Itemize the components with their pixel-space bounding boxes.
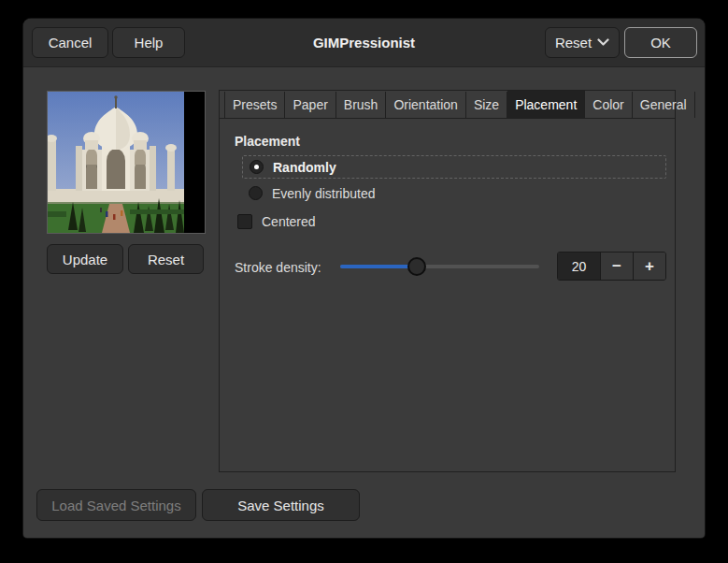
help-button[interactable]: Help: [112, 27, 185, 58]
centered-checkbox-row[interactable]: Centered: [237, 214, 316, 229]
chevron-down-icon: [597, 38, 609, 47]
gimpressionist-dialog: GIMPressionist Cancel Help Reset OK: [23, 19, 705, 538]
reset-dropdown-label: Reset: [555, 35, 592, 51]
tab-orientation[interactable]: Orientation: [386, 92, 465, 118]
radio-randomly[interactable]: Randomly: [242, 155, 666, 179]
save-settings-button[interactable]: Save Settings: [202, 489, 360, 521]
ok-button[interactable]: OK: [624, 27, 697, 58]
decrement-button[interactable]: −: [600, 253, 633, 280]
load-saved-settings-button[interactable]: Load Saved Settings: [36, 489, 196, 521]
tab-color[interactable]: Color: [585, 92, 632, 118]
tab-size[interactable]: Size: [466, 92, 507, 118]
slider-thumb[interactable]: [407, 257, 426, 276]
tab-placement[interactable]: Placement: [507, 91, 585, 118]
dialog-header: GIMPressionist Cancel Help Reset OK: [23, 19, 705, 67]
tab-paper[interactable]: Paper: [285, 92, 335, 118]
stroke-density-spinbox: 20 − +: [557, 252, 666, 281]
taj-mahal-image: [48, 92, 205, 233]
radio-button-icon: [250, 160, 264, 174]
stroke-density-label: Stroke density:: [235, 260, 321, 275]
radio-evenly-distributed-label: Evenly distributed: [272, 186, 376, 201]
radio-button-icon: [249, 186, 263, 200]
stroke-density-value[interactable]: 20: [558, 253, 600, 280]
update-button[interactable]: Update: [47, 244, 123, 274]
cancel-button[interactable]: Cancel: [32, 27, 108, 58]
slider-fill: [340, 265, 417, 268]
reset-dropdown-button[interactable]: Reset: [545, 27, 620, 58]
tab-presets[interactable]: Presets: [224, 92, 285, 118]
increment-button[interactable]: +: [633, 253, 665, 280]
centered-checkbox-label: Centered: [262, 214, 316, 229]
preview-image: [47, 91, 206, 234]
radio-evenly-distributed[interactable]: Evenly distributed: [242, 181, 666, 205]
stroke-density-slider[interactable]: [340, 252, 539, 282]
tab-general[interactable]: General: [633, 92, 695, 118]
preview-reset-button[interactable]: Reset: [128, 244, 204, 274]
tab-bar: Presets Paper Brush Orientation Size Pla…: [220, 91, 675, 119]
radio-randomly-label: Randomly: [273, 160, 336, 175]
placement-heading: Placement: [235, 134, 300, 149]
tab-brush[interactable]: Brush: [336, 92, 387, 118]
checkbox-icon: [237, 214, 252, 229]
settings-notebook: Presets Paper Brush Orientation Size Pla…: [219, 90, 676, 472]
